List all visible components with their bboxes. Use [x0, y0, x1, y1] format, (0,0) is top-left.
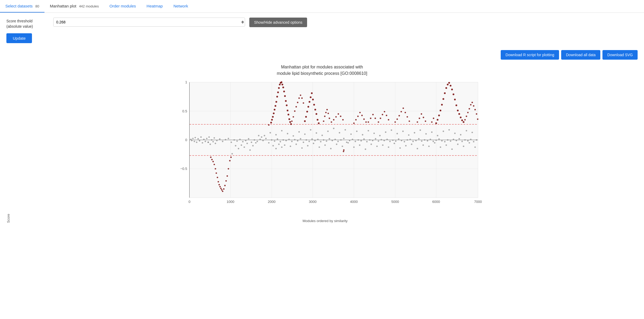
svg-point-225 — [362, 134, 363, 135]
svg-point-153 — [453, 139, 454, 140]
svg-point-264 — [287, 110, 288, 112]
svg-point-312 — [368, 121, 369, 123]
svg-point-179 — [313, 143, 314, 144]
svg-point-129 — [384, 140, 385, 141]
svg-point-31 — [191, 140, 192, 141]
svg-point-328 — [407, 116, 408, 117]
svg-point-224 — [356, 130, 357, 132]
svg-point-302 — [340, 116, 341, 117]
spinner-up-icon[interactable] — [241, 21, 244, 22]
svg-point-51 — [211, 159, 213, 160]
svg-point-53 — [214, 164, 215, 165]
download-all-data-button[interactable]: Download all data — [561, 50, 600, 60]
svg-point-87 — [262, 140, 264, 141]
svg-point-234 — [414, 132, 415, 133]
svg-point-142 — [421, 140, 422, 142]
svg-point-291 — [318, 122, 320, 124]
svg-point-68 — [229, 160, 230, 161]
svg-point-228 — [379, 135, 381, 136]
svg-point-86 — [259, 139, 261, 140]
svg-point-258 — [282, 84, 283, 85]
svg-point-96 — [288, 139, 290, 140]
svg-point-273 — [295, 106, 297, 107]
tab-network[interactable]: Network — [168, 0, 193, 13]
svg-point-357 — [464, 119, 466, 120]
svg-point-316 — [378, 121, 379, 123]
svg-point-147 — [435, 140, 437, 141]
download-svg-button[interactable]: Download SVG — [602, 50, 638, 60]
svg-point-314 — [372, 114, 374, 115]
svg-point-191 — [382, 144, 383, 146]
svg-point-122 — [363, 138, 365, 140]
svg-point-145 — [430, 139, 431, 140]
svg-point-279 — [304, 120, 306, 122]
svg-point-171 — [275, 148, 277, 149]
svg-point-201 — [440, 146, 441, 148]
svg-point-334 — [425, 121, 426, 122]
svg-point-331 — [419, 118, 420, 119]
show-hide-label: Show/Hide advanced options — [254, 20, 302, 24]
svg-point-204 — [457, 144, 458, 145]
svg-point-137 — [407, 139, 408, 141]
spinner-down-icon[interactable] — [241, 22, 244, 24]
svg-point-183 — [336, 144, 337, 145]
svg-point-266 — [288, 118, 290, 120]
svg-point-294 — [325, 112, 327, 113]
score-threshold-input[interactable] — [53, 18, 245, 27]
svg-point-130 — [386, 139, 388, 140]
svg-point-121 — [360, 140, 362, 141]
svg-point-238 — [437, 135, 438, 136]
svg-point-323 — [397, 118, 398, 120]
svg-point-216 — [310, 129, 311, 130]
svg-point-286 — [312, 99, 314, 101]
svg-point-32 — [192, 138, 194, 139]
score-spinner[interactable] — [241, 21, 244, 24]
svg-text:2000: 2000 — [268, 200, 276, 204]
svg-point-301 — [338, 113, 339, 114]
svg-point-138 — [409, 139, 411, 140]
svg-point-263 — [286, 104, 288, 106]
svg-point-300 — [335, 116, 337, 117]
svg-point-64 — [224, 185, 226, 186]
svg-point-143 — [424, 139, 425, 141]
svg-point-325 — [401, 111, 402, 112]
svg-point-195 — [405, 145, 406, 146]
tab-order-modules[interactable]: Order modules — [104, 0, 141, 13]
svg-point-119 — [355, 141, 356, 142]
svg-point-370 — [261, 136, 262, 138]
svg-point-186 — [353, 146, 354, 148]
svg-point-188 — [365, 149, 366, 150]
download-r-script-button[interactable]: Download R script for plotting — [501, 50, 559, 60]
svg-point-220 — [333, 128, 334, 129]
svg-point-207 — [474, 146, 476, 148]
svg-point-298 — [331, 121, 332, 123]
svg-point-360 — [468, 108, 470, 109]
svg-point-197 — [417, 148, 418, 149]
show-hide-advanced-button[interactable]: Show/Hide advanced options — [249, 18, 307, 27]
tab-manhattan-plot[interactable]: Manhattan plot 442 modules — [44, 0, 104, 13]
tab-select-datasets[interactable]: Select datasets 80 — [0, 0, 44, 13]
svg-point-342 — [445, 87, 447, 89]
tab-heatmap[interactable]: Heatmap — [141, 0, 168, 13]
score-input-wrap — [53, 18, 245, 27]
svg-point-158 — [467, 140, 468, 141]
svg-point-69 — [230, 157, 232, 158]
svg-point-58 — [218, 184, 220, 185]
svg-point-261 — [284, 95, 286, 97]
svg-point-332 — [421, 113, 422, 114]
svg-point-249 — [274, 109, 276, 111]
svg-point-318 — [382, 114, 383, 115]
svg-point-95 — [286, 140, 287, 141]
svg-point-100 — [300, 138, 301, 140]
svg-point-269 — [268, 124, 270, 126]
svg-point-67 — [228, 168, 229, 169]
svg-point-52 — [212, 161, 214, 162]
svg-point-282 — [307, 106, 309, 108]
svg-point-305 — [353, 122, 354, 124]
download-r-script-label: Download R script for plotting — [506, 53, 554, 57]
svg-point-315 — [374, 118, 376, 119]
svg-point-172 — [278, 144, 279, 145]
svg-point-219 — [327, 130, 329, 132]
update-button[interactable]: Update — [6, 33, 32, 43]
svg-point-242 — [460, 134, 461, 135]
